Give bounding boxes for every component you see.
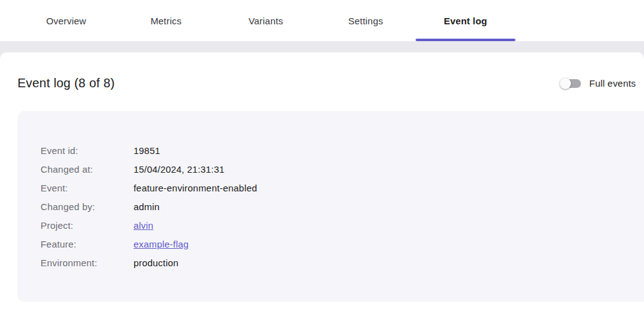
event-row-value: 19851 xyxy=(134,145,160,156)
feature-link[interactable]: example-flag xyxy=(134,239,188,249)
project-link[interactable]: alvin xyxy=(134,220,154,231)
event-row-label: Feature: xyxy=(41,239,134,249)
tab-overview-label: Overview xyxy=(46,16,86,26)
tab-event-log[interactable]: Event log xyxy=(416,0,515,41)
feature-tab-bar: Overview Metrics Variants Settings Event… xyxy=(0,0,644,41)
tab-settings[interactable]: Settings xyxy=(316,0,416,41)
active-tab-indicator xyxy=(416,39,515,41)
event-row-label: Changed by: xyxy=(41,201,134,212)
event-row-label: Environment: xyxy=(41,258,134,268)
page-backdrop: Event log (8 of 8) Full events Event id:… xyxy=(0,41,644,313)
event-row-project: Project: alvin xyxy=(41,216,644,234)
tab-metrics-label: Metrics xyxy=(150,16,182,26)
full-events-toggle[interactable]: Full events xyxy=(560,78,636,89)
event-row-value: admin xyxy=(134,201,160,212)
tab-metrics[interactable]: Metrics xyxy=(116,0,216,41)
full-events-toggle-label: Full events xyxy=(589,78,636,89)
event-row-label: Event: xyxy=(41,183,134,193)
event-row-changed-at: Changed at: 15/04/2024, 21:31:31 xyxy=(41,160,644,178)
page-title: Event log (8 of 8) xyxy=(17,76,115,90)
event-row-event-id: Event id: 19851 xyxy=(41,141,644,160)
tab-overview[interactable]: Overview xyxy=(16,0,116,41)
event-row-label: Event id: xyxy=(41,145,134,156)
event-row-value: production xyxy=(134,258,178,268)
event-log-header: Event log (8 of 8) Full events xyxy=(0,52,644,90)
toggle-switch-track[interactable] xyxy=(560,79,581,88)
event-row-changed-by: Changed by: admin xyxy=(41,197,644,216)
event-row-label: Changed at: xyxy=(41,164,134,175)
event-card: Event id: 19851 Changed at: 15/04/2024, … xyxy=(17,111,644,302)
event-row-feature: Feature: example-flag xyxy=(41,234,644,253)
toggle-switch-knob[interactable] xyxy=(560,78,571,89)
event-row-label: Project: xyxy=(41,220,134,231)
event-log-panel: Event log (8 of 8) Full events Event id:… xyxy=(0,52,644,313)
event-row-event-type: Event: feature-environment-enabled xyxy=(41,178,644,197)
tab-event-log-label: Event log xyxy=(444,16,487,26)
event-row-value: 15/04/2024, 21:31:31 xyxy=(134,164,225,175)
tab-variants-label: Variants xyxy=(248,16,283,26)
tab-variants[interactable]: Variants xyxy=(216,0,316,41)
event-row-value: feature-environment-enabled xyxy=(134,183,257,193)
tab-settings-label: Settings xyxy=(348,16,383,26)
event-row-environment: Environment: production xyxy=(41,253,644,272)
